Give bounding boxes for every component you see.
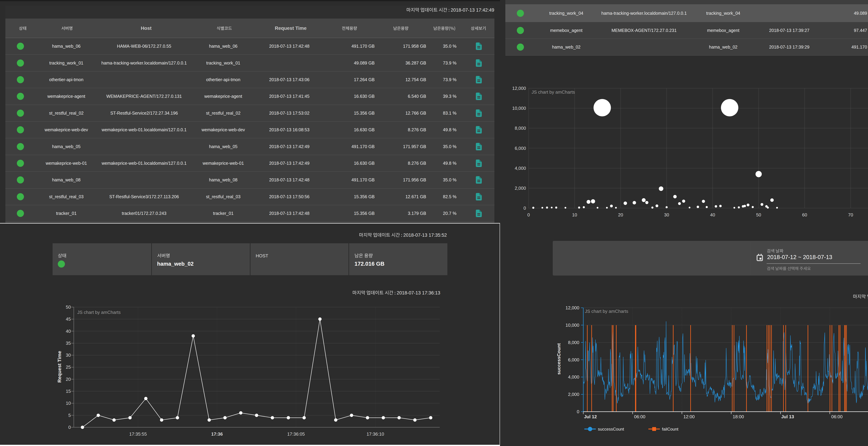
- svg-text:50: 50: [66, 305, 71, 310]
- svg-text:8,000: 8,000: [568, 340, 579, 345]
- svg-text:30: 30: [66, 352, 71, 358]
- svg-text:30: 30: [664, 212, 669, 217]
- svg-text:4,000: 4,000: [568, 374, 579, 380]
- svg-text:10: 10: [66, 401, 71, 406]
- svg-text:40: 40: [66, 329, 71, 334]
- svg-text:40: 40: [710, 212, 715, 217]
- svg-text:Jul 13: Jul 13: [781, 414, 794, 419]
- svg-text:10,000: 10,000: [565, 322, 579, 328]
- svg-text:18:00: 18:00: [733, 414, 744, 419]
- svg-text:20: 20: [618, 212, 623, 217]
- svg-text:15: 15: [66, 388, 71, 394]
- svg-text:06:00: 06:00: [831, 414, 842, 419]
- svg-text:Request Time: Request Time: [57, 351, 62, 382]
- svg-text:4,000: 4,000: [515, 166, 526, 171]
- svg-text:0: 0: [68, 425, 71, 430]
- svg-text:12,000: 12,000: [512, 85, 526, 91]
- svg-text:17:35:55: 17:35:55: [129, 432, 147, 437]
- svg-text:35: 35: [66, 341, 71, 346]
- svg-text:Jul 12: Jul 12: [584, 414, 597, 419]
- svg-text:06:00: 06:00: [634, 414, 645, 419]
- svg-text:6,000: 6,000: [568, 357, 579, 363]
- svg-text:successCount: successCount: [556, 343, 561, 375]
- svg-text:50: 50: [756, 212, 761, 217]
- svg-text:2,000: 2,000: [568, 392, 579, 397]
- svg-text:8,000: 8,000: [515, 126, 526, 131]
- svg-text:2018-07-13 17:35:52: 2018-07-13 17:35:52: [403, 233, 447, 238]
- svg-text:10: 10: [572, 212, 577, 217]
- svg-text:25: 25: [66, 365, 71, 370]
- svg-text:0: 0: [577, 409, 579, 414]
- svg-text:JS chart by amCharts: JS chart by amCharts: [77, 310, 121, 315]
- svg-text:70: 70: [848, 212, 853, 217]
- svg-text:2018-07-13 17:42:49: 2018-07-13 17:42:49: [451, 7, 494, 13]
- svg-text:17:36:05: 17:36:05: [287, 432, 305, 437]
- svg-text:JS chart by amCharts: JS chart by amCharts: [532, 90, 575, 95]
- svg-text:2,000: 2,000: [515, 185, 526, 191]
- svg-text:successCount: successCount: [598, 427, 624, 432]
- svg-text:2018-07-13 17:36:13: 2018-07-13 17:36:13: [397, 290, 440, 296]
- svg-text:60: 60: [802, 212, 807, 217]
- svg-text:17:36:10: 17:36:10: [367, 432, 384, 437]
- svg-text:6,000: 6,000: [515, 146, 526, 151]
- svg-text:12,000: 12,000: [565, 305, 579, 310]
- svg-text:failCount: failCount: [662, 427, 678, 432]
- svg-text:JS chart by amCharts: JS chart by amCharts: [585, 309, 628, 314]
- svg-text:20: 20: [66, 377, 71, 382]
- svg-text:0: 0: [524, 205, 526, 211]
- svg-text:5: 5: [68, 413, 71, 418]
- svg-text:10,000: 10,000: [512, 106, 526, 111]
- svg-text:45: 45: [66, 316, 71, 322]
- svg-text:0: 0: [527, 212, 530, 217]
- svg-text:17:36: 17:36: [211, 432, 223, 437]
- svg-text:12:00: 12:00: [683, 414, 694, 419]
